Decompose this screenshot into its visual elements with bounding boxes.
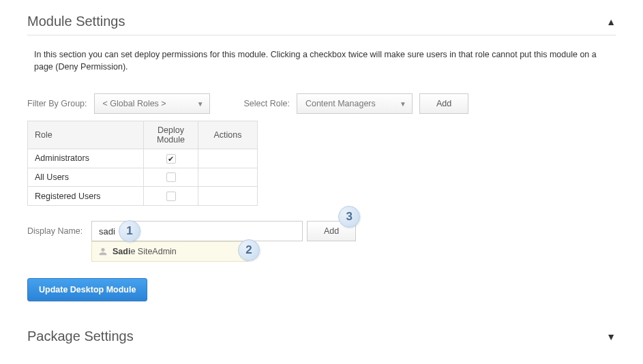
col-deploy-header: Deploy Module [144, 121, 198, 149]
role-cell: All Users [28, 168, 144, 187]
package-settings-title: Package Settings [27, 329, 134, 344]
suggestion-text: Sadie SiteAdmin [113, 247, 177, 256]
display-name-input[interactable] [91, 221, 303, 241]
deploy-checkbox[interactable] [166, 192, 176, 201]
chevron-down-icon[interactable]: ▼ [606, 331, 616, 342]
intro-text: In this section you can set deploy permi… [34, 49, 616, 73]
add-role-button[interactable]: Add [419, 93, 468, 114]
deploy-checkbox[interactable] [166, 172, 176, 182]
select-role-value: Content Managers [305, 99, 376, 108]
caret-down-icon: ▼ [400, 100, 406, 108]
display-name-label: Display Name: [27, 226, 87, 236]
col-actions-header: Actions [198, 121, 258, 149]
update-desktop-module-button[interactable]: Update Desktop Module [27, 278, 147, 301]
module-settings-title: Module Settings [27, 14, 125, 29]
col-role-header: Role [28, 121, 144, 149]
actions-cell [198, 168, 258, 187]
select-role-select[interactable]: Content Managers ▼ [297, 93, 413, 114]
caret-down-icon: ▼ [197, 100, 204, 108]
filter-by-group-select[interactable]: < Global Roles > ▼ [94, 93, 210, 114]
table-row: All Users [28, 168, 258, 187]
actions-cell [198, 187, 258, 206]
user-icon [98, 246, 108, 257]
filter-by-group-label: Filter By Group: [27, 99, 87, 108]
module-settings-header[interactable]: Module Settings ▲ [27, 7, 616, 35]
role-cell: Registered Users [28, 187, 144, 206]
table-row: Administrators ✔ [28, 149, 258, 168]
select-role-label: Select Role: [244, 99, 290, 108]
roles-table: Role Deploy Module Actions Administrator… [27, 121, 258, 206]
deploy-checkbox[interactable]: ✔ [166, 154, 176, 164]
filter-row: Filter By Group: < Global Roles > ▼ Sele… [27, 93, 616, 114]
package-settings-header[interactable]: Package Settings ▼ [27, 322, 616, 350]
table-row: Registered Users [28, 187, 258, 206]
role-cell: Administrators [28, 149, 144, 168]
add-user-button[interactable]: Add [307, 221, 356, 241]
chevron-up-icon[interactable]: ▲ [606, 16, 616, 27]
autocomplete-suggestion[interactable]: Sadie SiteAdmin 2 [91, 241, 248, 262]
actions-cell [198, 149, 258, 168]
filter-by-group-value: < Global Roles > [103, 99, 166, 108]
display-name-row: Display Name: 1 Sadie SiteAdmin 2 Add 3 [27, 221, 616, 241]
